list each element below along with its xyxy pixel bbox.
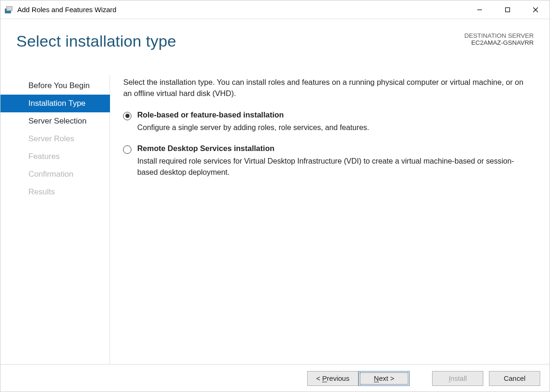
window-controls xyxy=(466,0,550,19)
install-button: Install xyxy=(432,371,483,386)
body-area: Before You Begin Installation Type Serve… xyxy=(0,75,550,364)
sidebar-item-label: Server Roles xyxy=(28,134,74,144)
cancel-button[interactable]: Cancel xyxy=(489,371,540,386)
destination-name: EC2AMAZ-GSNAVRR xyxy=(464,39,534,46)
sidebar-item-label: Installation Type xyxy=(28,99,86,108)
nav-button-group: < Previous Next > xyxy=(307,371,410,386)
svg-rect-3 xyxy=(506,7,510,12)
intro-text: Select the installation type. You can in… xyxy=(123,77,534,99)
sidebar-item-installation-type[interactable]: Installation Type xyxy=(0,95,110,112)
previous-button[interactable]: < Previous xyxy=(307,371,358,386)
content-area: Select the installation type. You can in… xyxy=(110,75,550,364)
option-description: Configure a single server by adding role… xyxy=(123,122,534,133)
wizard-sidebar: Before You Begin Installation Type Serve… xyxy=(15,75,110,364)
header-area: Select installation type DESTINATION SER… xyxy=(0,19,550,75)
radio-button-icon xyxy=(123,112,131,120)
maximize-button[interactable] xyxy=(494,0,522,19)
sidebar-item-label: Server Selection xyxy=(28,117,87,126)
sidebar-item-results: Results xyxy=(15,183,110,201)
sidebar-item-label: Results xyxy=(28,187,55,197)
server-manager-icon xyxy=(4,5,14,14)
sidebar-item-label: Confirmation xyxy=(28,170,73,179)
sidebar-item-features: Features xyxy=(15,148,110,165)
destination-label: DESTINATION SERVER xyxy=(464,32,534,39)
wizard-footer: < Previous Next > Install Cancel xyxy=(0,364,550,392)
close-button[interactable] xyxy=(522,0,550,19)
option-description: Install required role services for Virtu… xyxy=(123,156,534,178)
window-title: Add Roles and Features Wizard xyxy=(17,6,466,14)
option-title: Remote Desktop Services installation xyxy=(137,144,274,153)
next-button[interactable]: Next > xyxy=(358,371,410,386)
radio-role-based[interactable]: Role-based or feature-based installation xyxy=(123,110,534,120)
destination-server-block: DESTINATION SERVER EC2AMAZ-GSNAVRR xyxy=(464,32,534,46)
sidebar-item-label: Before You Begin xyxy=(28,81,89,90)
option-title: Role-based or feature-based installation xyxy=(137,110,283,119)
sidebar-item-server-selection[interactable]: Server Selection xyxy=(15,112,110,130)
sidebar-item-server-roles: Server Roles xyxy=(15,130,110,148)
radio-button-icon xyxy=(123,145,131,154)
titlebar: Add Roles and Features Wizard xyxy=(0,0,550,19)
svg-rect-1 xyxy=(7,7,12,11)
minimize-button[interactable] xyxy=(466,0,494,19)
sidebar-item-label: Features xyxy=(28,152,60,161)
sidebar-item-before-you-begin[interactable]: Before You Begin xyxy=(15,77,110,95)
sidebar-item-confirmation: Confirmation xyxy=(15,165,110,183)
radio-remote-desktop[interactable]: Remote Desktop Services installation xyxy=(123,144,534,154)
page-title: Select installation type xyxy=(16,32,176,50)
